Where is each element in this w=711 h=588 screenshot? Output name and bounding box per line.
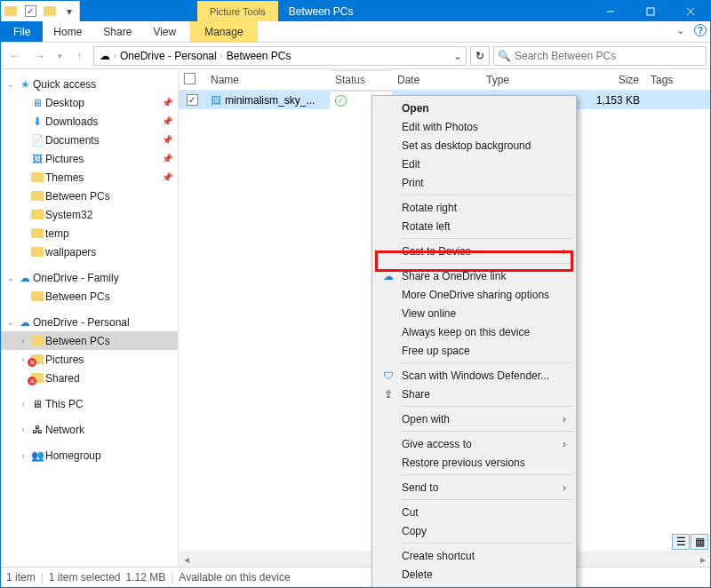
sidebar-item-personal-shared[interactable]: Shared✕ <box>1 369 178 387</box>
address-bar[interactable]: ☁ › OneDrive - Personal › Between PCs ⌄ <box>93 46 467 66</box>
sidebar-item-themes[interactable]: Themes📌 <box>1 168 178 187</box>
tab-home[interactable]: Home <box>43 21 92 42</box>
column-tags[interactable]: Tags <box>645 74 710 86</box>
help-icon[interactable]: ? <box>694 24 707 36</box>
ctx-delete[interactable]: Delete <box>375 565 573 584</box>
address-dropdown[interactable]: ⌄ <box>451 47 464 65</box>
tab-manage[interactable]: Manage <box>190 21 257 42</box>
tab-view[interactable]: View <box>142 21 187 42</box>
breadcrumb-onedrive[interactable]: OneDrive - Personal <box>116 50 220 62</box>
ctx-copy[interactable]: Copy <box>375 521 573 540</box>
sidebar-item-desktop[interactable]: 🖥Desktop📌 <box>1 93 178 112</box>
column-name[interactable]: Name <box>205 74 330 86</box>
status-availability: Available on this device <box>179 571 290 584</box>
this-pc-node[interactable]: ›🖥This PC <box>1 394 178 413</box>
sidebar-item-between-pcs-qa[interactable]: Between PCs <box>1 187 178 205</box>
sidebar-item-personal-pictures[interactable]: ›Pictures✕ <box>1 350 178 369</box>
up-button[interactable]: ↑ <box>68 45 90 67</box>
sidebar-item-downloads[interactable]: ⬇Downloads📌 <box>1 112 178 131</box>
column-checkbox[interactable] <box>179 73 205 87</box>
file-size: 1,153 KB <box>579 94 645 107</box>
details-view-button[interactable]: ☰ <box>672 534 690 550</box>
ctx-more-onedrive[interactable]: More OneDrive sharing options <box>375 285 573 304</box>
ctx-share[interactable]: ⇪Share <box>375 385 573 403</box>
network-node[interactable]: ›🖧Network <box>1 420 178 439</box>
column-date[interactable]: Date <box>392 74 481 86</box>
refresh-button[interactable]: ↻ <box>470 46 490 66</box>
ctx-open-with[interactable]: Open with <box>375 409 573 428</box>
sidebar-item-documents[interactable]: 📄Documents📌 <box>1 131 178 149</box>
ctx-open[interactable]: Open <box>375 99 573 117</box>
file-tab[interactable]: File <box>1 21 43 42</box>
onedrive-icon: ☁ <box>380 270 396 282</box>
homegroup-node[interactable]: ›👥Homegroup <box>1 446 178 465</box>
titlebar: ▾ Picture Tools Between PCs <box>1 1 710 21</box>
ctx-cut[interactable]: Cut <box>375 503 573 521</box>
navigation-pane[interactable]: ⌄★Quick access 🖥Desktop📌 ⬇Downloads📌 📄Do… <box>1 69 179 567</box>
ctx-free-up[interactable]: Free up space <box>375 341 573 360</box>
column-size[interactable]: Size <box>579 74 645 86</box>
ctx-always-keep[interactable]: Always keep on this device <box>375 322 573 341</box>
sync-status-icon: ✓ <box>335 95 347 107</box>
sidebar-item-system32[interactable]: System32 <box>1 205 178 224</box>
ctx-edit-photos[interactable]: Edit with Photos <box>375 117 573 136</box>
window-title: Between PCs <box>278 1 590 21</box>
sidebar-item-family-between-pcs[interactable]: Between PCs <box>1 287 178 306</box>
sidebar-item-temp[interactable]: temp <box>1 224 178 242</box>
onedrive-family-node[interactable]: ⌄☁OneDrive - Family <box>1 268 178 287</box>
ctx-send-to[interactable]: Send to <box>375 478 573 497</box>
new-folder-icon[interactable] <box>40 1 60 21</box>
search-input[interactable] <box>515 50 702 62</box>
forward-button[interactable]: → <box>29 45 51 67</box>
ctx-share-onedrive[interactable]: ☁Share a OneDrive link <box>375 266 573 285</box>
ribbon-expand-icon[interactable]: ⌄ <box>676 24 685 36</box>
ctx-rename[interactable]: Rename <box>375 584 573 588</box>
window-buttons <box>590 1 710 21</box>
tab-share[interactable]: Share <box>92 21 142 42</box>
sidebar-item-pictures[interactable]: 🖼Pictures📌 <box>1 149 178 168</box>
ribbon-tabs: File Home Share View Manage ⌄ ? <box>1 21 710 43</box>
svg-rect-1 <box>647 8 654 15</box>
search-icon: 🔍 <box>498 50 511 62</box>
back-button[interactable]: ← <box>4 45 26 67</box>
column-status[interactable]: Status <box>330 70 392 90</box>
column-headers[interactable]: Name Status Date Type Size Tags <box>179 69 710 91</box>
scroll-right-icon[interactable]: ▸ <box>695 552 710 568</box>
ctx-give-access[interactable]: Give access to <box>375 434 573 453</box>
ctx-print[interactable]: Print <box>375 173 573 192</box>
ctx-restore[interactable]: Restore previous versions <box>375 453 573 472</box>
ctx-scan-defender[interactable]: 🛡Scan with Windows Defender... <box>375 366 573 385</box>
minimize-button[interactable] <box>590 1 630 21</box>
ctx-cast[interactable]: Cast to Device <box>375 242 573 260</box>
column-type[interactable]: Type <box>481 74 579 86</box>
onedrive-icon: ☁ <box>96 50 114 62</box>
search-box[interactable]: 🔍 <box>493 46 707 66</box>
row-checkbox[interactable] <box>187 94 198 106</box>
picture-tools-tab[interactable]: Picture Tools <box>197 1 278 21</box>
share-icon: ⇪ <box>380 388 396 401</box>
properties-icon[interactable] <box>20 1 40 21</box>
quick-access-node[interactable]: ⌄★Quick access <box>1 75 178 93</box>
context-menu: Open Edit with Photos Set as desktop bac… <box>371 95 577 588</box>
close-button[interactable] <box>670 1 710 21</box>
image-icon: 🖼 <box>211 94 221 107</box>
ctx-edit[interactable]: Edit <box>375 155 573 173</box>
icons-view-button[interactable]: ▦ <box>691 534 708 550</box>
maximize-button[interactable] <box>630 1 670 21</box>
folder-icon[interactable] <box>1 1 20 21</box>
status-size: 1.12 MB <box>126 571 166 584</box>
address-bar-row: ← → ▾ ↑ ☁ › OneDrive - Personal › Betwee… <box>1 43 710 69</box>
history-dropdown[interactable]: ▾ <box>54 45 65 67</box>
sidebar-item-wallpapers[interactable]: wallpapers <box>1 242 178 261</box>
ctx-set-desktop[interactable]: Set as desktop background <box>375 136 573 155</box>
scroll-left-icon[interactable]: ◂ <box>179 552 194 568</box>
ctx-rotate-right[interactable]: Rotate right <box>375 198 573 217</box>
file-name: minimalism_sky_... <box>225 94 315 107</box>
ctx-view-online[interactable]: View online <box>375 304 573 322</box>
breadcrumb-between-pcs[interactable]: Between PCs <box>223 50 295 62</box>
ctx-rotate-left[interactable]: Rotate left <box>375 217 573 235</box>
sidebar-item-personal-between-pcs[interactable]: ›Between PCs <box>1 331 178 350</box>
onedrive-personal-node[interactable]: ⌄☁OneDrive - Personal <box>1 313 178 331</box>
qat-dropdown[interactable]: ▾ <box>60 1 79 21</box>
ctx-create-shortcut[interactable]: Create shortcut <box>375 546 573 565</box>
